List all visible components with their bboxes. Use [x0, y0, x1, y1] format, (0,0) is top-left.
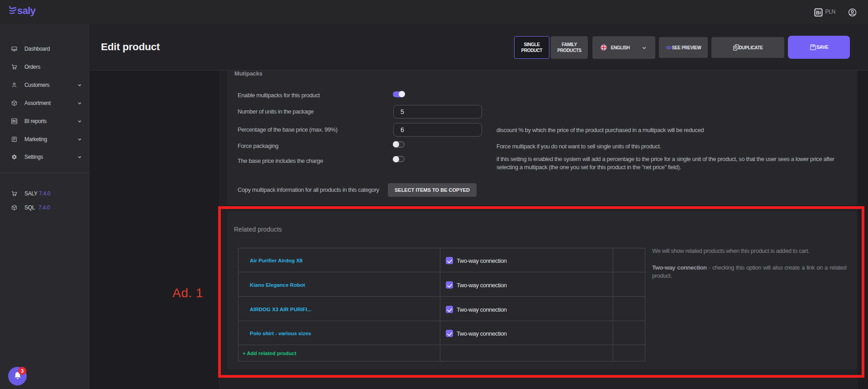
svg-text:Bi: Bi	[816, 10, 821, 15]
svg-text:Bi: Bi	[12, 119, 16, 123]
